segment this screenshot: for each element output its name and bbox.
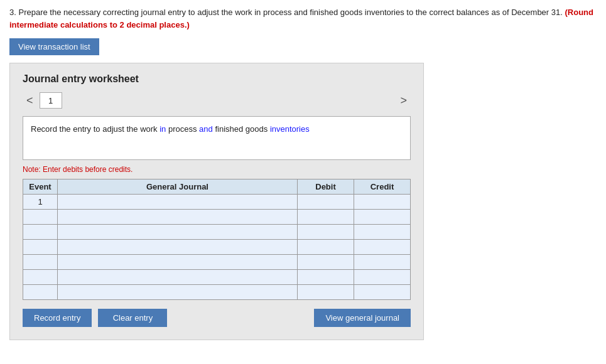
row7-event xyxy=(23,285,58,300)
row5-debit-cell[interactable] xyxy=(298,255,354,270)
table-row xyxy=(23,255,411,270)
row5-event xyxy=(23,255,58,270)
row5-gj-input[interactable] xyxy=(60,257,295,267)
row6-event xyxy=(23,270,58,285)
desc-and: and xyxy=(199,124,213,134)
intro-body: Prepare the necessary correcting journal… xyxy=(16,8,563,17)
row6-credit-cell[interactable] xyxy=(354,270,411,285)
row7-gj-cell[interactable] xyxy=(58,285,298,300)
row2-debit-cell[interactable] xyxy=(298,210,354,225)
button-row: Record entry Clear entry View general jo… xyxy=(23,309,411,327)
row6-debit-input[interactable] xyxy=(300,272,351,282)
page-number: 1 xyxy=(40,92,62,109)
row5-credit-input[interactable] xyxy=(357,257,408,267)
row4-gj-input[interactable] xyxy=(60,242,295,252)
view-general-journal-button[interactable]: View general journal xyxy=(314,309,411,327)
table-row xyxy=(23,285,411,300)
desc-middle: process xyxy=(166,124,199,134)
row7-gj-input[interactable] xyxy=(60,287,295,297)
row6-credit-input[interactable] xyxy=(357,272,408,282)
header-general-journal: General Journal xyxy=(58,179,298,195)
row5-credit-cell[interactable] xyxy=(354,255,411,270)
table-row xyxy=(23,210,411,225)
journal-table: Event General Journal Debit Credit 1 xyxy=(23,179,411,300)
header-debit: Debit xyxy=(298,179,354,195)
next-page-button[interactable]: > xyxy=(396,94,411,107)
row4-debit-input[interactable] xyxy=(300,242,351,252)
row6-gj-input[interactable] xyxy=(60,272,295,282)
row6-debit-cell[interactable] xyxy=(298,270,354,285)
table-row xyxy=(23,225,411,240)
row2-debit-input[interactable] xyxy=(300,212,351,222)
record-entry-button[interactable]: Record entry xyxy=(23,309,92,327)
row1-credit-cell[interactable] xyxy=(354,195,411,210)
desc-inventories: inventories xyxy=(270,124,310,134)
row3-event xyxy=(23,225,58,240)
row3-debit-cell[interactable] xyxy=(298,225,354,240)
row4-credit-cell[interactable] xyxy=(354,240,411,255)
row1-debit-input[interactable] xyxy=(300,197,351,206)
table-row: 1 xyxy=(23,195,411,210)
row7-debit-cell[interactable] xyxy=(298,285,354,300)
nav-row: < 1 > xyxy=(23,92,411,109)
row1-credit-input[interactable] xyxy=(357,197,408,206)
intro-number: 3. xyxy=(9,8,16,17)
row7-debit-input[interactable] xyxy=(300,287,351,297)
desc-in: in xyxy=(160,124,166,134)
header-event: Event xyxy=(23,179,58,195)
row2-gj-cell[interactable] xyxy=(58,210,298,225)
table-row xyxy=(23,270,411,285)
view-transaction-button[interactable]: View transaction list xyxy=(9,38,99,55)
note-text: Note: Enter debits before credits. xyxy=(23,165,411,174)
row1-event: 1 xyxy=(23,195,58,210)
row1-gj-input[interactable] xyxy=(60,197,295,206)
row6-gj-cell[interactable] xyxy=(58,270,298,285)
prev-page-button[interactable]: < xyxy=(23,94,37,107)
header-credit: Credit xyxy=(354,179,411,195)
row2-credit-cell[interactable] xyxy=(354,210,411,225)
clear-entry-button[interactable]: Clear entry xyxy=(98,309,167,327)
desc-end: finished goods xyxy=(213,124,270,134)
row4-debit-cell[interactable] xyxy=(298,240,354,255)
row7-credit-input[interactable] xyxy=(357,287,408,297)
row5-debit-input[interactable] xyxy=(300,257,351,267)
row1-debit-cell[interactable] xyxy=(298,195,354,210)
desc-plain: Record the entry to adjust the work xyxy=(31,124,160,134)
intro-text: 3. Prepare the necessary correcting jour… xyxy=(9,6,597,31)
row2-gj-input[interactable] xyxy=(60,212,295,222)
row2-event xyxy=(23,210,58,225)
row4-credit-input[interactable] xyxy=(357,242,408,252)
row4-gj-cell[interactable] xyxy=(58,240,298,255)
journal-entry-worksheet: Journal entry worksheet < 1 > Record the… xyxy=(9,63,424,340)
row4-event xyxy=(23,240,58,255)
row3-debit-input[interactable] xyxy=(300,227,351,237)
table-row xyxy=(23,240,411,255)
row7-credit-cell[interactable] xyxy=(354,285,411,300)
description-box: Record the entry to adjust the work in p… xyxy=(23,116,411,160)
row3-credit-cell[interactable] xyxy=(354,225,411,240)
row3-gj-cell[interactable] xyxy=(58,225,298,240)
row1-gj-cell[interactable] xyxy=(58,195,298,210)
row3-credit-input[interactable] xyxy=(357,227,408,237)
row5-gj-cell[interactable] xyxy=(58,255,298,270)
row2-credit-input[interactable] xyxy=(357,212,408,222)
row3-gj-input[interactable] xyxy=(60,227,295,237)
worksheet-title: Journal entry worksheet xyxy=(23,73,411,85)
